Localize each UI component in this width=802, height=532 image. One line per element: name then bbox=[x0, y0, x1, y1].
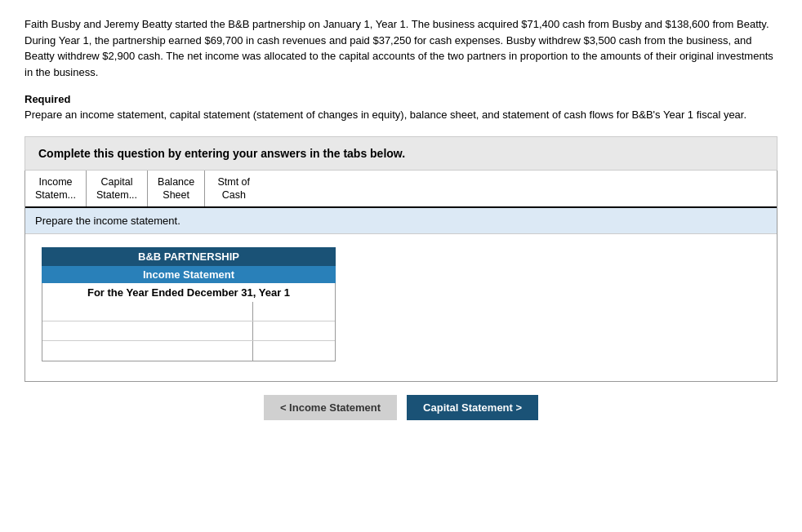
statement-title: Income Statement bbox=[42, 266, 336, 283]
row-label-3[interactable] bbox=[42, 341, 253, 361]
statement-body bbox=[42, 302, 336, 361]
statement-company: B&B PARTNERSHIP bbox=[42, 247, 336, 266]
row-value-3[interactable] bbox=[253, 341, 335, 361]
nav-buttons: < Income Statement Capital Statement > bbox=[25, 395, 777, 420]
tabs-container: IncomeStatem... CapitalStatem... Balance… bbox=[25, 171, 777, 383]
next-button[interactable]: Capital Statement > bbox=[407, 395, 538, 420]
row-value-2[interactable] bbox=[253, 321, 335, 340]
intro-paragraph: Faith Busby and Jeremy Beatty started th… bbox=[25, 16, 777, 80]
statement-container: B&B PARTNERSHIP Income Statement For the… bbox=[42, 247, 336, 361]
prev-button[interactable]: < Income Statement bbox=[264, 395, 397, 420]
tab-stmt-cash[interactable]: Stmt ofCash bbox=[205, 171, 262, 207]
tab-income-statement[interactable]: IncomeStatem... bbox=[25, 171, 87, 207]
required-text: Prepare an income statement, capital sta… bbox=[25, 107, 777, 123]
statement-period: For the Year Ended December 31, Year 1 bbox=[42, 283, 336, 302]
row-value-1[interactable] bbox=[253, 302, 335, 321]
statement-row bbox=[42, 302, 335, 321]
row-label-2[interactable] bbox=[42, 321, 253, 340]
statement-row bbox=[42, 321, 335, 341]
tab-capital-statement[interactable]: CapitalStatem... bbox=[87, 171, 148, 207]
required-label: Required bbox=[25, 93, 777, 105]
tab-instruction: Prepare the income statement. bbox=[25, 208, 777, 234]
tab-balance-sheet[interactable]: BalanceSheet bbox=[148, 171, 205, 207]
statement-row bbox=[42, 341, 335, 361]
tabs-row: IncomeStatem... CapitalStatem... Balance… bbox=[25, 171, 777, 209]
row-label-1[interactable] bbox=[42, 302, 253, 321]
instruction-box: Complete this question by entering your … bbox=[25, 136, 777, 171]
